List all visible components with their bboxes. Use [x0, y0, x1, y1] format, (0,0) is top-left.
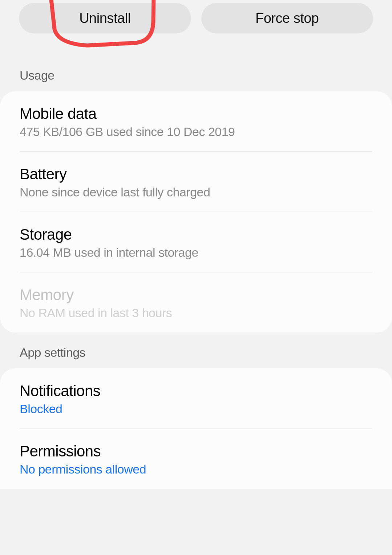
uninstall-button[interactable]: Uninstall: [19, 3, 191, 33]
battery-row[interactable]: Battery None since device last fully cha…: [20, 152, 372, 212]
notifications-title: Notifications: [20, 382, 372, 400]
notifications-row[interactable]: Notifications Blocked: [20, 368, 372, 429]
storage-row[interactable]: Storage 16.04 MB used in internal storag…: [20, 212, 372, 272]
mobile-data-title: Mobile data: [20, 105, 372, 123]
memory-sub: No RAM used in last 3 hours: [20, 306, 372, 320]
memory-row: Memory No RAM used in last 3 hours: [20, 272, 372, 332]
permissions-sub: No permissions allowed: [20, 462, 372, 476]
permissions-row[interactable]: Permissions No permissions allowed: [20, 429, 372, 489]
mobile-data-row[interactable]: Mobile data 475 KB/106 GB used since 10 …: [20, 91, 372, 152]
memory-title: Memory: [20, 286, 372, 304]
usage-card: Mobile data 475 KB/106 GB used since 10 …: [0, 91, 392, 332]
usage-section-header: Usage: [0, 68, 392, 83]
force-stop-button[interactable]: Force stop: [201, 3, 373, 33]
app-settings-section-header: App settings: [0, 346, 392, 360]
app-settings-card: Notifications Blocked Permissions No per…: [0, 368, 392, 489]
notifications-sub: Blocked: [20, 402, 372, 416]
action-button-row: Uninstall Force stop: [0, 3, 392, 33]
battery-title: Battery: [20, 165, 372, 183]
mobile-data-sub: 475 KB/106 GB used since 10 Dec 2019: [20, 125, 372, 139]
battery-sub: None since device last fully charged: [20, 185, 372, 199]
storage-sub: 16.04 MB used in internal storage: [20, 245, 372, 260]
storage-title: Storage: [20, 226, 372, 243]
permissions-title: Permissions: [20, 443, 372, 460]
